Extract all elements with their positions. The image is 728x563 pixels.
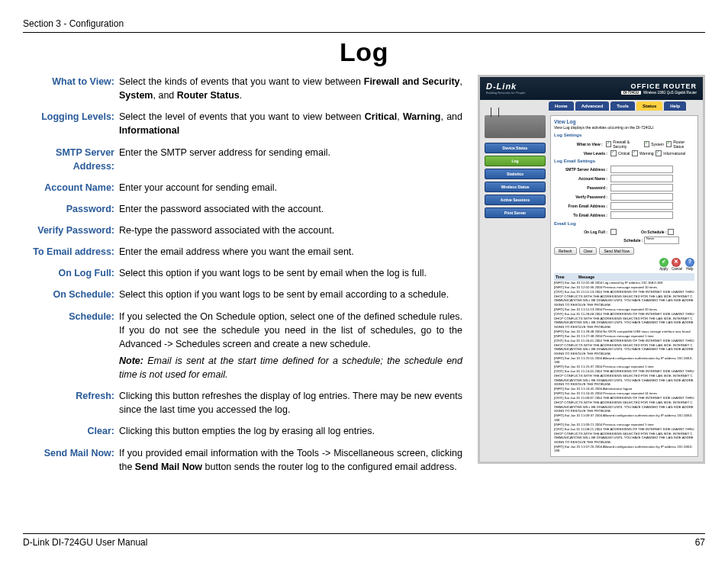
definition-text: If you selected the On Schedule option, … xyxy=(119,310,462,382)
cb-critical[interactable] xyxy=(610,150,617,156)
view-log-title: View Log xyxy=(554,119,694,125)
cb-router-label: Router Status xyxy=(673,140,694,149)
cb-system[interactable] xyxy=(644,141,649,147)
definition-row: Password:Enter the password associated w… xyxy=(23,202,462,216)
view-log-subtitle: View Log displays the activities occurri… xyxy=(554,125,694,130)
model-info: DI-724GU Wireless 108G QoS Gigabit Route… xyxy=(621,91,697,95)
definition-row: Clear:Clicking this button empties the l… xyxy=(23,424,462,438)
tab-tools[interactable]: Tools xyxy=(610,101,635,111)
apply-icon[interactable]: ✓ xyxy=(659,258,668,267)
tab-help[interactable]: Help xyxy=(664,101,686,111)
cb-warning[interactable] xyxy=(632,150,638,156)
section-header: Section 3 - Configuration xyxy=(23,18,705,33)
definition-label: Account Name: xyxy=(23,181,119,195)
cb-router[interactable] xyxy=(666,141,672,147)
to-input[interactable] xyxy=(610,211,673,219)
account-input[interactable] xyxy=(610,175,673,182)
schedule-label: Schedule : xyxy=(623,238,643,243)
brand-tagline: Building Networks for People xyxy=(486,92,525,95)
tab-status[interactable]: Status xyxy=(636,101,662,111)
definition-text: Select this option if you want logs to b… xyxy=(119,266,462,280)
definition-row: Account Name:Enter your account for send… xyxy=(23,181,462,195)
tab-bar: HomeAdvancedToolsStatusHelp xyxy=(480,100,703,111)
definition-label: Send Mail Now: xyxy=(23,446,119,474)
page-title: Log xyxy=(23,37,705,67)
definition-row: Send Mail Now:If you provided email info… xyxy=(23,446,462,474)
password-input[interactable] xyxy=(610,184,673,191)
apply-label: Apply xyxy=(659,267,668,271)
log-entry: [INFO] Sat Jan 31 11:24:45 2004 Previous… xyxy=(554,391,694,396)
router-screenshot: D-Link Building Networks for People OFFI… xyxy=(478,75,705,533)
sidebar-print-server[interactable]: Print Server xyxy=(485,208,546,218)
sidebar: Device StatusLogStatisticsWireless Statu… xyxy=(485,115,546,457)
sidebar-active-sessions[interactable]: Active Sessions xyxy=(485,195,546,205)
tab-advanced[interactable]: Advanced xyxy=(575,101,610,111)
log-entry: [INFO] Sat Jan 31 11:07:26 2004 Allowed … xyxy=(554,445,694,453)
definition-text: Enter the email address where you want t… xyxy=(119,245,462,259)
cb-critical-label: Critical xyxy=(618,151,630,156)
log-entry: [INFO] Sat Jan 31 11:24:45 2004 Administ… xyxy=(554,387,694,391)
definition-row: Schedule:If you selected the On Schedule… xyxy=(23,310,462,382)
cb-info-label: Informational xyxy=(663,151,685,156)
product-line: OFFICE ROUTER xyxy=(621,82,697,91)
tab-home[interactable]: Home xyxy=(549,101,574,111)
definition-row: To Email address:Enter the email address… xyxy=(23,245,462,259)
smtp-input[interactable] xyxy=(610,166,673,173)
definition-text: Enter your account for sending email. xyxy=(119,181,462,195)
send-mail-button[interactable]: Send Mail Now xyxy=(599,247,634,255)
definition-text: Select the kinds of events that you want… xyxy=(119,75,462,102)
definition-text: Clicking this button empties the log by … xyxy=(119,424,462,438)
definition-text: Select the level of events that you want… xyxy=(119,110,462,137)
log-entry: [INFO] Sat Jan 31 11:09:37 2004 Allowed … xyxy=(554,413,694,422)
refresh-button[interactable]: Refresh xyxy=(554,247,577,255)
from-label: From Email Address : xyxy=(554,204,610,208)
log-entry: [CRIT] Sat Jan 31 11:24:45 2004 THE ADDR… xyxy=(554,369,694,386)
definition-label: On Log Full: xyxy=(23,266,119,280)
what-to-view-label: What to View : xyxy=(554,142,606,146)
sidebar-statistics[interactable]: Statistics xyxy=(485,169,546,179)
definition-label: Logging Levels: xyxy=(23,110,119,137)
log-entry: [INFO] Sat Jan 31 11:28:48 2004 No WCN c… xyxy=(554,330,694,334)
sidebar-log[interactable]: Log xyxy=(485,156,546,166)
verify-label: Verify Password : xyxy=(554,195,610,199)
to-label: To Email Address : xyxy=(554,213,610,217)
log-header-message: Message xyxy=(578,275,693,279)
definition-label: SMTP Server Address: xyxy=(23,146,119,173)
model-code: DI-724GU xyxy=(621,91,641,95)
footer-manual-title: D-Link DI-724GU User Manual xyxy=(23,537,147,548)
clear-button[interactable]: Clear xyxy=(579,247,598,255)
log-entry: [INFO] Sat Jan 31 11:25:55 2004 Allowed … xyxy=(554,356,694,365)
definition-label: Clear: xyxy=(23,424,119,438)
definition-label: To Email address: xyxy=(23,245,119,259)
schedule-select[interactable]: Never xyxy=(644,236,679,244)
from-input[interactable] xyxy=(610,202,673,210)
definitions-list: What to View:Select the kinds of events … xyxy=(23,75,462,533)
smtp-label: SMTP Server Address : xyxy=(554,167,610,172)
definition-text: If you provided email information with t… xyxy=(119,446,462,474)
password-label: Password : xyxy=(554,185,610,190)
definition-text: Clicking this button refreshes the displ… xyxy=(119,389,462,417)
log-entries: [INFO] Sat Jan 31 12:02:48 2004 Log view… xyxy=(554,281,694,454)
onfull-label: On Log Full : xyxy=(554,230,610,234)
cancel-icon[interactable]: ✕ xyxy=(672,258,681,267)
sidebar-wireless-status[interactable]: Wireless Status xyxy=(485,182,546,192)
cb-onsched[interactable] xyxy=(668,229,674,235)
log-entry: [CRIT] Sat Jan 31 11:51:13 2004 THE ADDR… xyxy=(554,290,694,307)
cb-firewall[interactable] xyxy=(606,141,611,147)
definition-label: Password: xyxy=(23,202,119,216)
verify-input[interactable] xyxy=(610,193,673,201)
cb-onfull[interactable] xyxy=(610,229,617,235)
log-entry: [INFO] Sat Jan 31 11:09:21 2004 Previous… xyxy=(554,423,694,427)
log-entry: [CRIT] Sat Jan 31 11:08:21 2004 THE ADDR… xyxy=(554,427,694,444)
help-icon[interactable]: ? xyxy=(685,258,694,267)
account-label: Account Name : xyxy=(554,176,610,181)
section-log-settings: Log Settings xyxy=(554,133,694,138)
view-levels-label: View Levels : xyxy=(554,151,610,156)
log-entry: [INFO] Sat Jan 31 12:02:48 2004 Log view… xyxy=(554,281,694,285)
log-entry: [INFO] Sat Jan 31 11:51:13 2004 Previous… xyxy=(554,307,694,312)
cb-info[interactable] xyxy=(656,150,662,156)
sidebar-device-status[interactable]: Device Status xyxy=(485,143,546,153)
cb-system-label: System xyxy=(651,142,664,146)
help-label: Help xyxy=(685,267,694,271)
definition-label: On Schedule: xyxy=(23,288,119,301)
